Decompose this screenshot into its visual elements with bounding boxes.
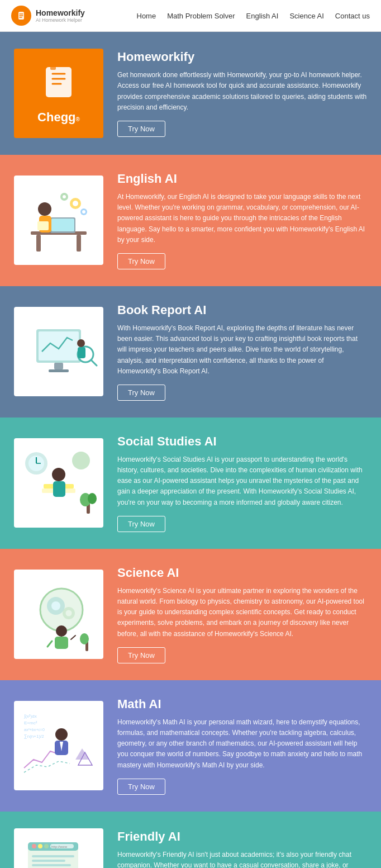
svg-point-62 <box>44 844 49 848</box>
card-5-content: Science AI Homeworkify's Science AI is y… <box>117 566 367 663</box>
svg-point-61 <box>38 844 42 848</box>
chegg-label: Chegg® <box>37 110 80 125</box>
svg-rect-20 <box>54 363 63 369</box>
svg-point-33 <box>52 468 65 481</box>
card-3-title: Book Report AI <box>117 303 367 317</box>
svg-point-37 <box>88 493 97 504</box>
svg-line-46 <box>71 635 75 639</box>
nav-science[interactable]: Science AI <box>289 12 323 20</box>
card-friendly-ai: http://www Friendly AI Homeworkify's Fri… <box>0 812 381 868</box>
nav-links: Home Math Problem Solver English AI Scie… <box>137 12 370 20</box>
card-science-ai: Science AI Homeworkify's Science AI is y… <box>0 549 381 680</box>
svg-point-30 <box>72 452 90 469</box>
card-1-title: Homeworkify <box>117 50 367 64</box>
card-2-desc: At Homeworkify, our English AI is design… <box>117 192 367 245</box>
friendly-ai-image: http://www <box>14 828 103 868</box>
card-2-try-button[interactable]: Try Now <box>117 253 165 269</box>
svg-point-17 <box>82 210 85 214</box>
svg-point-9 <box>38 202 51 216</box>
svg-point-15 <box>63 195 66 198</box>
svg-text:ax²+bx+c=0: ax²+bx+c=0 <box>24 728 45 732</box>
card-5-title: Science AI <box>117 566 367 580</box>
svg-point-13 <box>73 201 78 206</box>
svg-point-55 <box>55 728 68 741</box>
card-book-report: Book Report AI With Homeworkify's Book R… <box>0 286 381 418</box>
card-4-try-button[interactable]: Try Now <box>117 516 165 532</box>
svg-text:∑n(n+1)/2: ∑n(n+1)/2 <box>24 734 44 739</box>
svg-point-48 <box>80 633 89 644</box>
nav-math[interactable]: Math Problem Solver <box>167 12 235 20</box>
book-report-image <box>14 307 103 396</box>
svg-rect-25 <box>78 347 85 358</box>
svg-rect-67 <box>32 864 71 866</box>
svg-text:E=mc²: E=mc² <box>24 720 37 725</box>
card-5-try-button[interactable]: Try Now <box>117 647 165 663</box>
card-7-desc: Homeworkify's Friendly AI isn't just abo… <box>117 850 367 868</box>
svg-rect-2 <box>46 67 72 97</box>
homeworkify-image: Chegg® <box>14 49 103 138</box>
svg-rect-34 <box>53 481 65 497</box>
card-2-content: English AI At Homeworkify, our English A… <box>117 172 367 269</box>
svg-text:http://www: http://www <box>51 845 68 848</box>
svg-point-42 <box>66 610 72 616</box>
logo-subtitle: AI Homework Helper <box>36 17 85 23</box>
svg-point-40 <box>51 601 60 610</box>
nav-english[interactable]: English AI <box>246 12 279 20</box>
svg-rect-11 <box>37 221 49 230</box>
card-4-desc: Homeworkify's Social Studies AI is your … <box>117 454 367 508</box>
social-studies-image <box>14 438 103 528</box>
card-3-try-button[interactable]: Try Now <box>117 385 165 401</box>
card-1-try-button[interactable]: Try Now <box>117 121 165 137</box>
card-english-ai: English AI At Homeworkify, our English A… <box>0 155 381 286</box>
svg-rect-19 <box>39 331 79 361</box>
chegg-icon <box>39 63 78 107</box>
svg-rect-3 <box>50 65 56 70</box>
svg-rect-65 <box>32 855 74 857</box>
card-2-title: English AI <box>117 172 367 186</box>
card-1-content: Homeworkify Get homework done effortless… <box>117 50 367 137</box>
navbar: Homeworkify AI Homework Helper Home Math… <box>0 0 381 32</box>
svg-line-23 <box>91 360 97 366</box>
science-ai-image <box>14 570 103 659</box>
svg-rect-66 <box>32 860 65 862</box>
nav-contact[interactable]: Contact us <box>335 12 370 20</box>
svg-point-24 <box>77 339 85 347</box>
svg-rect-6 <box>77 235 81 252</box>
logo: Homeworkify AI Homework Helper <box>11 6 85 26</box>
nav-home[interactable]: Home <box>137 12 156 20</box>
card-4-title: Social Studies AI <box>117 434 367 449</box>
svg-rect-21 <box>49 369 69 372</box>
svg-rect-44 <box>55 637 68 649</box>
svg-text:∫(x²)dx: ∫(x²)dx <box>23 714 37 719</box>
card-1-desc: Get homework done effortlessly with Home… <box>117 70 367 113</box>
logo-icon <box>11 6 31 26</box>
card-3-content: Book Report AI With Homeworkify's Book R… <box>117 303 367 401</box>
card-6-title: Math AI <box>117 697 367 712</box>
logo-name: Homeworkify <box>36 8 85 17</box>
card-social-studies: Social Studies AI Homeworkify's Social S… <box>0 418 381 549</box>
card-6-try-button[interactable]: Try Now <box>117 779 165 795</box>
card-math-ai: ∫(x²)dx E=mc² ax²+bx+c=0 ∑n(n+1)/2 Math … <box>0 680 381 812</box>
card-7-title: Friendly AI <box>117 829 367 844</box>
svg-rect-8 <box>51 219 74 231</box>
card-5-desc: Homeworkify's Science AI is your ultimat… <box>117 586 367 639</box>
svg-rect-5 <box>36 235 41 252</box>
card-homeworkify: Chegg® Homeworkify Get homework done eff… <box>0 32 381 155</box>
svg-point-43 <box>56 625 67 637</box>
card-4-content: Social Studies AI Homeworkify's Social S… <box>117 434 367 532</box>
card-6-content: Math AI Homeworkify's Math AI is your pe… <box>117 697 367 795</box>
card-6-desc: Homeworkify's Math AI is your personal m… <box>117 717 367 771</box>
svg-point-60 <box>32 844 36 848</box>
card-7-content: Friendly AI Homeworkify's Friendly AI is… <box>117 829 367 868</box>
svg-line-45 <box>47 641 52 647</box>
card-3-desc: With Homeworkify's Book Report AI, explo… <box>117 323 367 377</box>
math-ai-image: ∫(x²)dx E=mc² ax²+bx+c=0 ∑n(n+1)/2 <box>14 701 103 790</box>
english-ai-image <box>14 176 103 265</box>
